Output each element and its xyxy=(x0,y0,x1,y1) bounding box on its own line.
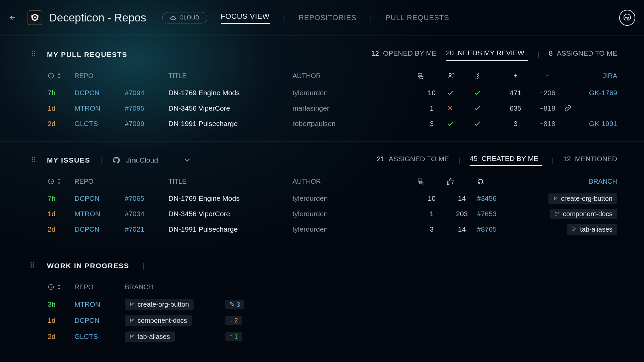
svg-point-8 xyxy=(556,197,557,198)
col-author[interactable]: AUTHOR xyxy=(292,178,417,185)
cloud-badge[interactable]: CLOUD xyxy=(162,12,207,23)
filter-assigned-to-me[interactable]: 8ASSIGNED TO ME xyxy=(549,49,617,57)
filter-opened-by-me[interactable]: 12OPENED BY ME xyxy=(371,49,437,57)
repo-link[interactable]: GLCTS xyxy=(74,333,125,341)
pr-row[interactable]: 7h DCPCN #7094 DN-1769 Engine Mods tyler… xyxy=(48,85,617,101)
divider: | xyxy=(283,13,285,22)
section-title-prs: MY PULL REQUESTS xyxy=(47,51,127,59)
divider: | xyxy=(552,156,553,164)
branch-chip[interactable]: component-docs xyxy=(550,209,617,219)
pr-row[interactable]: 1d MTRON #7095 DN-3456 ViperCore marlasi… xyxy=(48,101,617,116)
svg-point-16 xyxy=(130,303,131,303)
col-title[interactable]: TITLE xyxy=(168,72,292,80)
issue-title[interactable]: DN-1991 Pulsecharge xyxy=(168,225,292,233)
back-button[interactable] xyxy=(9,14,17,22)
tab-pull-requests[interactable]: PULL REQUESTS xyxy=(385,13,449,22)
col-repo[interactable]: REPO xyxy=(74,72,125,80)
wip-row[interactable]: 3h MTRON create-org-button ✎ 3 xyxy=(48,296,617,312)
comment-count: 3 xyxy=(417,225,447,233)
issue-row[interactable]: 1d MTRON #7034 DN-3456 ViperCore tylerdu… xyxy=(48,206,617,222)
issue-number[interactable]: #7034 xyxy=(125,210,168,218)
pr-table-header: REPO TITLE AUTHOR + − JIRA xyxy=(48,66,617,85)
wip-row[interactable]: 2d GLCTS tab-aliases ↑ 1 xyxy=(48,328,617,345)
pr-title[interactable]: DN-1991 Pulsecharge xyxy=(168,120,292,128)
pr-number[interactable]: #7099 xyxy=(125,120,168,128)
filter-issues-assigned[interactable]: 21ASSIGNED TO ME xyxy=(377,155,449,163)
col-repo[interactable]: REPO xyxy=(74,178,125,185)
lines-removed: −206 xyxy=(531,89,564,97)
like-count: 14 xyxy=(447,225,477,233)
jira-link[interactable]: GK-1769 xyxy=(564,89,617,97)
issue-title[interactable]: DN-1769 Engine Mods xyxy=(168,194,292,202)
pr-title[interactable]: DN-3456 ViperCore xyxy=(168,104,292,112)
wip-row[interactable]: 1d DCPCN component-docs ↓ 2 xyxy=(48,312,617,328)
issue-number[interactable]: #7021 xyxy=(125,225,168,233)
branch-chip[interactable]: create-org-button xyxy=(548,193,617,204)
repo-link[interactable]: DCPCN xyxy=(74,225,125,233)
repo-link[interactable]: DCPCN xyxy=(74,316,125,324)
ci-status-icon xyxy=(474,105,500,112)
link-icon[interactable] xyxy=(564,105,617,112)
branch-chip[interactable]: component-docs xyxy=(125,315,192,326)
issue-number[interactable]: #7065 xyxy=(125,194,168,202)
linked-pr[interactable]: #8765 xyxy=(477,225,514,233)
svg-point-6 xyxy=(554,197,554,197)
comment-count: 10 xyxy=(417,89,447,97)
divider: | xyxy=(538,51,539,59)
col-repo[interactable]: REPO xyxy=(74,283,125,291)
age: 1d xyxy=(48,104,74,112)
comment-count: 3 xyxy=(417,120,447,128)
chevron-down-icon[interactable] xyxy=(184,158,190,162)
linked-pr[interactable]: #7653 xyxy=(477,210,514,218)
filter-issues-created[interactable]: 45CREATED BY ME xyxy=(470,155,542,163)
pr-number[interactable]: #7095 xyxy=(125,104,168,112)
pr-number[interactable]: #7094 xyxy=(125,89,168,97)
like-count: 203 xyxy=(447,210,477,218)
gitkraken-icon[interactable] xyxy=(619,10,635,26)
pr-title[interactable]: DN-1769 Engine Mods xyxy=(168,89,292,97)
repo-link[interactable]: DCPCN xyxy=(74,194,125,202)
jira-link[interactable]: GK-1991 xyxy=(564,120,617,128)
issue-row[interactable]: 2d DCPCN #7021 DN-1991 Pulsecharge tyler… xyxy=(48,222,617,237)
col-branch[interactable]: BRANCH xyxy=(125,283,225,291)
svg-point-12 xyxy=(573,228,574,228)
comment-count: 10 xyxy=(417,194,447,202)
issue-row[interactable]: 7h DCPCN #7065 DN-1769 Engine Mods tyler… xyxy=(48,191,617,206)
linked-pr[interactable]: #3456 xyxy=(477,194,514,202)
branch-chip[interactable]: tab-aliases xyxy=(125,331,175,342)
col-author[interactable]: AUTHOR xyxy=(292,72,417,80)
drag-handle-icon[interactable]: ⠿ xyxy=(31,156,37,165)
col-jira[interactable]: JIRA xyxy=(564,72,617,80)
filter-needs-my-review[interactable]: 20NEEDS MY REVIEW xyxy=(446,49,528,57)
age: 2d xyxy=(48,120,74,128)
age: 3h xyxy=(48,300,74,308)
review-status-icon xyxy=(447,89,474,97)
branch-chip[interactable]: create-org-button xyxy=(125,299,194,310)
col-branch[interactable]: BRANCH xyxy=(514,178,617,185)
filter-issues-mentioned[interactable]: 12MENTIONED xyxy=(563,155,617,163)
lines-removed: −818 xyxy=(531,120,564,128)
sort-time[interactable] xyxy=(48,284,74,290)
col-title[interactable]: TITLE xyxy=(168,178,292,185)
issue-source[interactable]: Jira Cloud xyxy=(126,156,158,164)
issue-title[interactable]: DN-3456 ViperCore xyxy=(168,210,292,218)
age: 2d xyxy=(48,225,74,233)
branch-chip[interactable]: tab-aliases xyxy=(567,224,617,235)
page-title: Decepticon - Repos xyxy=(49,11,146,24)
age: 1d xyxy=(48,210,74,218)
sort-time[interactable] xyxy=(48,178,74,185)
repo-link[interactable]: MTRON xyxy=(74,104,125,112)
ci-status-icon xyxy=(474,120,500,127)
repo-link[interactable]: MTRON xyxy=(74,300,125,308)
drag-handle-icon[interactable]: ⠿ xyxy=(30,261,36,270)
age: 7h xyxy=(48,89,74,97)
pr-row[interactable]: 2d GLCTS #7099 DN-1991 Pulsecharge rober… xyxy=(48,116,617,131)
sort-time[interactable] xyxy=(48,72,74,79)
repo-link[interactable]: DCPCN xyxy=(74,89,125,97)
repo-link[interactable]: MTRON xyxy=(74,210,125,218)
repo-link[interactable]: GLCTS xyxy=(74,120,125,128)
svg-point-11 xyxy=(558,213,558,213)
drag-handle-icon[interactable]: ⠿ xyxy=(31,50,37,59)
tab-repositories[interactable]: REPOSITORIES xyxy=(299,13,357,22)
tab-focus-view[interactable]: FOCUS VIEW xyxy=(221,12,270,24)
